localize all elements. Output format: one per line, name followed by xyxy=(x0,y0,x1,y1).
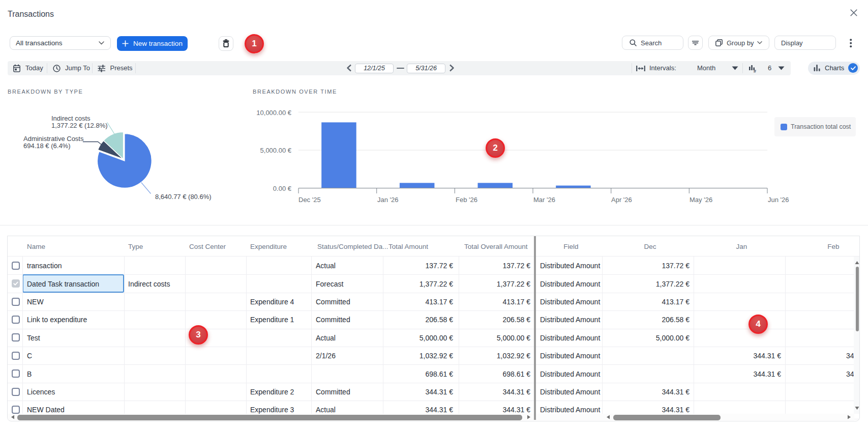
svg-text:#: # xyxy=(754,68,756,73)
